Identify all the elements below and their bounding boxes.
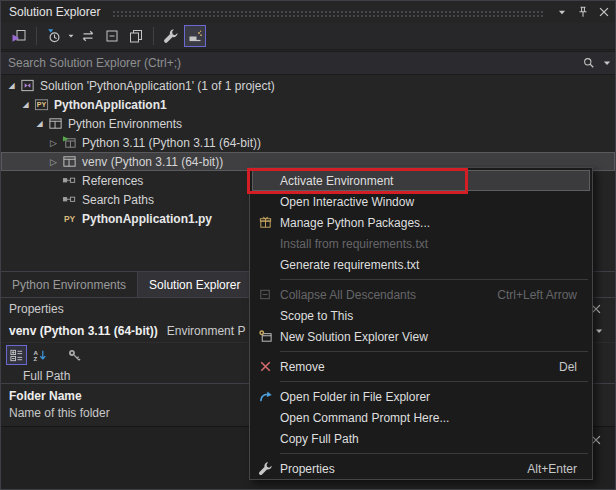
close-button[interactable]	[594, 3, 613, 21]
toolbar-button-sync-with-active-document-icon[interactable]	[77, 25, 99, 47]
package-gift-icon	[250, 215, 280, 230]
toolbar-separator	[153, 27, 154, 45]
expanded-twisty-icon[interactable]: ◢	[5, 81, 18, 90]
tab-python-environments[interactable]: Python Environments	[1, 272, 138, 297]
menu-item-open-interactive-window[interactable]: Open Interactive Window	[250, 191, 592, 212]
tree-item-label: PythonApplication1	[54, 98, 167, 112]
properties-wrench-icon	[163, 28, 179, 44]
search-icon[interactable]	[579, 56, 599, 70]
menu-item-label: Generate requirements.txt	[280, 258, 592, 272]
menu-item-manage-python-packages[interactable]: Manage Python Packages...	[250, 212, 592, 233]
menu-item-shortcut: Ctrl+Left Arrow	[497, 288, 592, 302]
properties-toolbar-key-icon[interactable]	[64, 345, 85, 365]
svg-text:PY: PY	[36, 101, 46, 108]
pin-button[interactable]	[573, 3, 592, 21]
tree-item-python-3-11-python-3-11-64-bit[interactable]: ▷Python 3.11 (Python 3.11 (64-bit))	[1, 133, 615, 152]
search-bar: Search Solution Explorer (Ctrl+;)	[1, 51, 615, 75]
toolbar-button-pending-changes-filter-icon[interactable]	[43, 25, 65, 47]
python-env-default-icon	[61, 135, 77, 151]
menu-item-label: Collapse All Descendants	[280, 288, 497, 302]
context-menu: Activate EnvironmentOpen Interactive Win…	[249, 167, 593, 480]
menu-item-label: New Solution Explorer View	[280, 330, 592, 344]
properties-toolbar-sort-alphabetical-icon[interactable]: AZ	[29, 345, 50, 365]
toolbar-button-track-active-item-icon[interactable]	[184, 25, 206, 47]
solution-explorer-window: Solution Explorer Search Solution Explor…	[0, 0, 616, 490]
toolbar-button-properties-wrench-icon[interactable]	[160, 25, 182, 47]
menu-separator-line	[280, 453, 588, 454]
window-position-button[interactable]	[552, 3, 571, 21]
menu-item-remove[interactable]: RemoveDel	[250, 356, 592, 377]
menu-item-label: Open Command Prompt Here...	[280, 411, 592, 425]
menu-item-properties[interactable]: PropertiesAlt+Enter	[250, 458, 592, 479]
track-active-item-icon	[187, 28, 203, 44]
menu-item-label: Install from requirements.txt	[280, 237, 592, 251]
caret-down-icon	[602, 58, 612, 68]
menu-item-label: Properties	[280, 462, 527, 476]
tree-item-pythonapplication1[interactable]: ◢PYPythonApplication1	[1, 95, 615, 114]
toolbar-separator	[36, 27, 37, 45]
menu-item-copy-full-path[interactable]: Copy Full Path	[250, 428, 592, 449]
menu-item-shortcut: Del	[559, 360, 592, 374]
menu-item-shortcut: Alt+Enter	[527, 462, 592, 476]
properties-object-name: venv (Python 3.11 (64-bit))	[9, 324, 158, 338]
tree-item-label: Search Paths	[82, 193, 154, 207]
menu-item-label: Copy Full Path	[280, 432, 592, 446]
remove-x-icon	[250, 359, 280, 374]
menu-separator-line	[280, 351, 588, 352]
expanded-twisty-icon[interactable]: ◢	[33, 119, 46, 128]
expanded-twisty-icon[interactable]: ◢	[19, 100, 32, 109]
tree-item-label: Python 3.11 (Python 3.11 (64-bit))	[82, 136, 261, 150]
collapsed-twisty-icon[interactable]: ▷	[47, 138, 60, 148]
properties-combo-caret[interactable]	[592, 324, 606, 338]
menu-item-label: Remove	[280, 360, 559, 374]
categorized-icon	[9, 348, 24, 363]
tree-item-python-environments[interactable]: ◢Python Environments	[1, 114, 615, 133]
close-icon	[597, 5, 611, 19]
toolbar-button-copy-icon[interactable]	[125, 25, 147, 47]
menu-separator	[250, 449, 592, 458]
menu-item-generate-requirements-txt[interactable]: Generate requirements.txt	[250, 254, 592, 275]
references-icon	[61, 192, 77, 208]
solution-icon	[19, 78, 35, 94]
titlebar-grip	[112, 10, 544, 17]
py-file-icon: PY	[61, 211, 77, 227]
solution-explorer-toolbar	[1, 23, 615, 50]
properties-object-type: Environment P	[167, 324, 246, 338]
search-input[interactable]: Search Solution Explorer (Ctrl+;)	[1, 56, 579, 70]
tree-item-solution-pythonapplication1-1-of-1-project[interactable]: ◢Solution 'PythonApplication1' (1 of 1 p…	[1, 76, 615, 95]
tab-label: Python Environments	[12, 278, 126, 292]
new-view-icon	[250, 329, 280, 344]
menu-item-open-command-prompt-here[interactable]: Open Command Prompt Here...	[250, 407, 592, 428]
menu-item-scope-to-this[interactable]: Scope to This	[250, 305, 592, 326]
menu-item-new-solution-explorer-view[interactable]: New Solution Explorer View	[250, 326, 592, 347]
menu-separator-line	[280, 381, 588, 382]
py-project-icon: PY	[33, 97, 49, 113]
menu-separator	[250, 275, 592, 284]
tree-item-label: PythonApplication1.py	[82, 212, 212, 226]
wrench-icon	[250, 461, 280, 476]
search-options-caret[interactable]	[599, 58, 615, 68]
pending-changes-filter-icon	[46, 28, 62, 44]
menu-separator	[250, 377, 592, 386]
key-icon	[67, 348, 82, 363]
menu-item-open-folder-in-file-explorer[interactable]: Open Folder in File Explorer	[250, 386, 592, 407]
property-row-full-path[interactable]: Full Path	[23, 369, 70, 383]
collapsed-twisty-icon[interactable]: ▷	[47, 157, 60, 167]
toolbar-button-collapse-all-icon[interactable]	[101, 25, 123, 47]
tab-solution-explorer[interactable]: Solution Explorer	[138, 272, 252, 297]
svg-text:Z: Z	[33, 355, 37, 362]
menu-separator	[250, 347, 592, 356]
tree-item-label: Python Environments	[68, 117, 182, 131]
python-env-icon	[61, 154, 77, 170]
toolbar-button-switch-views-icon[interactable]	[8, 25, 30, 47]
window-title: Solution Explorer	[1, 5, 108, 19]
toolbar-dropdown-caret[interactable]	[66, 25, 76, 47]
collapse-all-icon	[104, 28, 120, 44]
titlebar[interactable]: Solution Explorer	[1, 1, 615, 23]
properties-toolbar-categorized-icon[interactable]	[6, 345, 27, 365]
sort-alphabetical-icon: AZ	[32, 348, 47, 363]
pin-icon	[576, 5, 590, 19]
menu-item-label: Scope to This	[280, 309, 592, 323]
annotation-box	[247, 168, 468, 194]
environments-icon	[47, 116, 63, 132]
